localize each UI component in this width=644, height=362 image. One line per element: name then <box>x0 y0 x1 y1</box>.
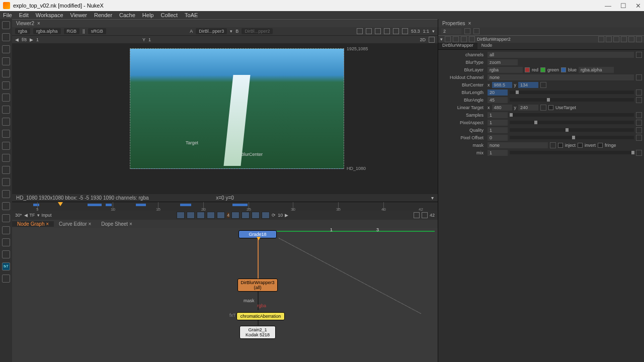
chevron-left-icon[interactable]: ◀ <box>24 213 28 218</box>
tool-merge[interactable] <box>2 106 10 114</box>
tool-other[interactable] <box>2 202 10 210</box>
center-x-input[interactable]: 988.5 <box>492 82 512 88</box>
tool-metadata[interactable] <box>2 178 10 186</box>
anim-icon[interactable] <box>636 97 642 103</box>
red-checkbox[interactable] <box>525 67 530 72</box>
node-connection[interactable] <box>279 238 421 314</box>
y-value[interactable]: 1 <box>148 37 151 42</box>
center-icon[interactable] <box>469 36 475 42</box>
chevron-down-icon[interactable]: ▾ <box>230 29 232 34</box>
undo-icon[interactable] <box>598 36 604 42</box>
tool-views[interactable] <box>2 166 10 174</box>
back-icon[interactable]: ◀ <box>15 37 19 42</box>
minimize-icon[interactable]: — <box>605 2 611 10</box>
tool-fxt[interactable]: fxT <box>2 262 10 270</box>
tool-cara[interactable] <box>2 238 10 246</box>
anim-icon[interactable] <box>636 150 642 156</box>
triangle-down-icon[interactable]: ▾ <box>440 37 443 42</box>
popout-icon[interactable] <box>621 36 627 42</box>
close-icon[interactable]: × <box>468 21 471 26</box>
viewer-area[interactable]: Target BlurCenter 1925,1085 HD_1080 <box>12 43 438 194</box>
refresh-icon[interactable] <box>393 28 399 34</box>
tool-plugin-1[interactable] <box>2 250 10 258</box>
chevron-right-icon[interactable]: ▶ <box>285 213 288 218</box>
tool-furnace[interactable] <box>2 214 10 222</box>
tab-dope-sheet[interactable]: Dope Sheet × <box>96 221 137 227</box>
inject-checkbox[interactable] <box>558 143 563 148</box>
node-dirblur[interactable]: DirBlurWrapper3(all) <box>237 279 278 292</box>
tool-filter[interactable] <box>2 81 10 89</box>
anim-icon[interactable] <box>540 105 546 111</box>
anim-icon[interactable] <box>636 74 642 80</box>
pause-icon[interactable] <box>402 28 408 34</box>
play-fwd-icon[interactable] <box>242 212 250 219</box>
menu-toae[interactable]: ToAE <box>185 12 198 18</box>
pixelaspect-slider[interactable] <box>510 121 634 124</box>
fwd-icon[interactable]: ▶ <box>30 37 33 42</box>
wipe-icon[interactable] <box>366 28 372 34</box>
colorspace-select[interactable]: RGB <box>64 28 80 34</box>
invert-checkbox[interactable] <box>578 143 583 148</box>
panel-count[interactable]: 2 <box>441 28 461 34</box>
mix-input[interactable]: 1 <box>488 150 508 156</box>
tool-time[interactable] <box>2 45 10 53</box>
blurtype-select[interactable]: zoom <box>488 59 518 65</box>
angle-input[interactable]: 45 <box>488 97 508 103</box>
step-fwd-icon[interactable] <box>252 212 260 219</box>
close-icon[interactable]: × <box>88 221 91 227</box>
clear-icon[interactable] <box>464 28 470 34</box>
help-icon[interactable] <box>628 36 634 42</box>
timeline[interactable]: 5 10 15 20 25 30 35 40 42 <box>12 202 438 211</box>
node-connection[interactable] <box>258 237 259 279</box>
menu-cache[interactable]: Cache <box>119 12 135 18</box>
current-frame[interactable]: 4 <box>227 213 229 218</box>
input-b-node[interactable]: DirBl...pper2 <box>242 28 273 34</box>
maximize-icon[interactable]: ☐ <box>620 2 626 10</box>
frame-back-icon[interactable] <box>207 212 215 219</box>
lut-select[interactable]: sRGB <box>88 28 106 34</box>
gamma-value[interactable]: 1 <box>36 37 39 42</box>
node-ico-2[interactable] <box>453 36 459 42</box>
roi-icon[interactable] <box>357 28 363 34</box>
close-icon[interactable]: × <box>129 221 132 227</box>
input-a-node[interactable]: DirBl...pper3 <box>196 28 227 34</box>
menu-render[interactable]: Render <box>94 12 112 18</box>
play-back-icon[interactable] <box>197 212 205 219</box>
clip-icon[interactable] <box>375 28 381 34</box>
revert-icon[interactable] <box>613 36 619 42</box>
menu-help[interactable]: Help <box>142 12 154 18</box>
chevron-down-icon[interactable]: ▾ <box>37 213 40 218</box>
tool-image[interactable] <box>2 21 10 29</box>
prop-tab-main[interactable]: DirBlurWrapper <box>438 43 477 49</box>
samples-slider[interactable] <box>510 113 634 117</box>
mix-slider[interactable] <box>510 151 634 154</box>
anim-icon[interactable] <box>636 120 642 126</box>
menu-edit[interactable]: Edit <box>19 12 29 18</box>
lock-icon[interactable] <box>473 28 479 34</box>
channel-select[interactable]: rgba <box>15 28 30 34</box>
tool-particles[interactable] <box>2 142 10 150</box>
tool-transform[interactable] <box>2 118 10 126</box>
dim-mode[interactable]: 2D <box>420 37 426 42</box>
pixelaspect-input[interactable]: 1 <box>488 120 508 126</box>
loop-count[interactable]: 10 <box>278 213 283 218</box>
expand-icon[interactable] <box>636 52 642 58</box>
link-icon[interactable] <box>422 212 428 218</box>
green-checkbox[interactable] <box>540 67 545 72</box>
redo-icon[interactable] <box>606 36 612 42</box>
properties-tab[interactable]: Properties <box>442 21 465 26</box>
channels-select[interactable]: all <box>488 52 634 58</box>
loop-icon[interactable]: ⟳ <box>272 213 276 218</box>
linear-y-input[interactable]: 240 <box>518 105 538 111</box>
input-select[interactable]: Input <box>42 213 52 218</box>
samples-input[interactable]: 1 <box>488 112 508 118</box>
gear-icon[interactable] <box>429 37 435 43</box>
anim-icon[interactable] <box>636 112 642 118</box>
menu-collect[interactable]: Collect <box>160 12 178 18</box>
viewer-tab-close-icon[interactable]: × <box>37 21 40 26</box>
skip-start-icon[interactable] <box>177 212 185 219</box>
step-back-icon[interactable] <box>187 212 195 219</box>
holdout-select[interactable]: none <box>488 74 634 80</box>
frame-fwd-icon[interactable] <box>231 212 239 219</box>
center-y-input[interactable]: 134 <box>518 82 538 88</box>
